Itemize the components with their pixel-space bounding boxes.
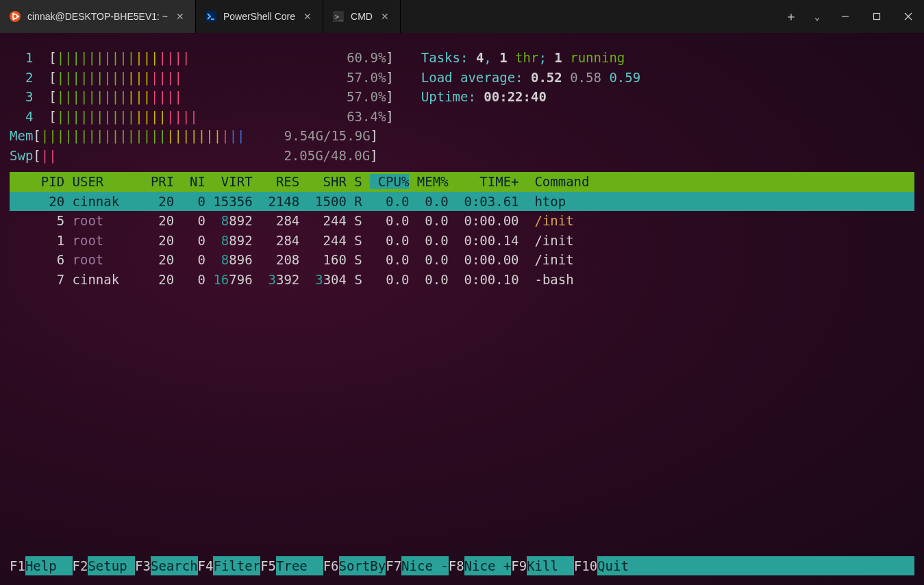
fkey-label[interactable]: Help bbox=[25, 556, 73, 576]
svg-text:>_: >_ bbox=[335, 13, 344, 21]
tab-dropdown-button[interactable]: ⌄ bbox=[805, 0, 829, 33]
loadavg-line: Load average: 0.52 0.58 0.59 bbox=[421, 68, 640, 88]
fkey-label[interactable]: Nice - bbox=[401, 556, 449, 576]
svg-point-2 bbox=[17, 15, 19, 17]
swap-meter: Swp[|| 2.05G/48.0G] bbox=[10, 146, 394, 166]
footer-fill bbox=[645, 556, 914, 576]
fkey: F10 bbox=[574, 556, 597, 576]
close-window-button[interactable] bbox=[892, 0, 924, 33]
process-row[interactable]: 6 root 20 0 8896 208 160 S 0.0 0.0 0:00.… bbox=[10, 250, 914, 270]
fkey-label[interactable]: SortBy bbox=[339, 556, 386, 576]
cpu-meter: 4 [|||||||||||||||||| 63.4%] bbox=[10, 107, 394, 127]
fkey: F5 bbox=[260, 556, 276, 576]
cpu-meter: 2 [|||||||||||||||| 57.0%] bbox=[10, 68, 394, 88]
titlebar: cinnak@DESKTOP-BHE5EV1: ~✕PowerShell Cor… bbox=[0, 0, 924, 33]
mem-meter: Mem[|||||||||||||||||||||||||| 9.54G/15.… bbox=[10, 126, 394, 146]
fkey: F9 bbox=[511, 556, 527, 576]
svg-point-4 bbox=[12, 18, 14, 20]
fkey: F7 bbox=[386, 556, 401, 576]
tab-strip: cinnak@DESKTOP-BHE5EV1: ~✕PowerShell Cor… bbox=[0, 0, 777, 33]
fkey: F8 bbox=[449, 556, 464, 576]
tab-title: cinnak@DESKTOP-BHE5EV1: ~ bbox=[27, 11, 168, 22]
svg-point-3 bbox=[12, 13, 14, 15]
process-row[interactable]: 5 root 20 0 8892 284 244 S 0.0 0.0 0:00.… bbox=[10, 211, 914, 231]
fkey-label[interactable]: Quit bbox=[597, 556, 645, 576]
function-key-bar: F1Help F2Setup F3SearchF4FilterF5Tree F6… bbox=[10, 556, 914, 576]
fkey: F1 bbox=[10, 556, 25, 576]
tab[interactable]: >_CMD✕ bbox=[323, 0, 401, 33]
uptime-line: Uptime: 00:22:40 bbox=[421, 87, 640, 107]
close-tab-button[interactable]: ✕ bbox=[302, 10, 313, 23]
meters: 1 [||||||||||||||||| 60.9%] 2 [|||||||||… bbox=[10, 48, 914, 165]
new-tab-button[interactable]: ＋ bbox=[777, 0, 805, 33]
app-window: cinnak@DESKTOP-BHE5EV1: ~✕PowerShell Cor… bbox=[0, 0, 924, 585]
svg-rect-10 bbox=[874, 14, 880, 20]
maximize-button[interactable] bbox=[861, 0, 892, 33]
tasks-line: Tasks: 4, 1 thr; 1 running bbox=[421, 48, 640, 68]
fkey-label[interactable]: Setup bbox=[88, 556, 135, 576]
process-row[interactable]: 20 cinnak 20 0 15356 2148 1500 R 0.0 0.0… bbox=[10, 192, 914, 212]
minimize-button[interactable] bbox=[829, 0, 861, 33]
tab-title: CMD bbox=[351, 11, 373, 22]
tab[interactable]: cinnak@DESKTOP-BHE5EV1: ~✕ bbox=[0, 0, 196, 33]
ps-icon bbox=[205, 11, 216, 22]
fkey-label[interactable]: Tree bbox=[276, 556, 323, 576]
tab[interactable]: PowerShell Core✕ bbox=[196, 0, 323, 33]
fkey: F6 bbox=[323, 556, 339, 576]
close-tab-button[interactable]: ✕ bbox=[175, 10, 186, 23]
close-tab-button[interactable]: ✕ bbox=[379, 10, 390, 23]
fkey: F4 bbox=[198, 556, 214, 576]
process-list[interactable]: 20 cinnak 20 0 15356 2148 1500 R 0.0 0.0… bbox=[10, 192, 914, 290]
fkey-label[interactable]: Kill bbox=[527, 556, 574, 576]
fkey: F3 bbox=[135, 556, 151, 576]
process-header[interactable]: PID USER PRI NI VIRT RES SHR S CPU% MEM%… bbox=[10, 172, 914, 192]
cmd-icon: >_ bbox=[333, 11, 344, 22]
fkey: F2 bbox=[73, 556, 88, 576]
fkey-label[interactable]: Nice + bbox=[464, 556, 512, 576]
fkey-label[interactable]: Search bbox=[151, 556, 198, 576]
process-row[interactable]: 7 cinnak 20 0 16796 3392 3304 S 0.0 0.0 … bbox=[10, 270, 914, 290]
process-row[interactable]: 1 root 20 0 8892 284 244 S 0.0 0.0 0:00.… bbox=[10, 231, 914, 251]
ubuntu-icon bbox=[10, 11, 21, 22]
terminal-pane[interactable]: 1 [||||||||||||||||| 60.9%] 2 [|||||||||… bbox=[0, 33, 924, 585]
cpu-meter: 1 [||||||||||||||||| 60.9%] bbox=[10, 48, 394, 68]
tab-title: PowerShell Core bbox=[223, 11, 295, 22]
cpu-meter: 3 [|||||||||||||||| 57.0%] bbox=[10, 87, 394, 107]
fkey-label[interactable]: Filter bbox=[213, 556, 260, 576]
window-controls bbox=[829, 0, 924, 33]
